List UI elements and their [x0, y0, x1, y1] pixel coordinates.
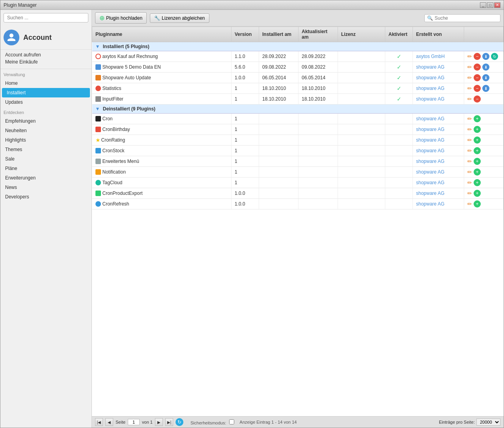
sidebar-item-erweiterungen[interactable]: Erweiterungen: [0, 173, 91, 183]
sidebar-item-developers[interactable]: Developers: [0, 192, 91, 202]
creator-link[interactable]: shopware AG: [416, 86, 444, 91]
last-page-button[interactable]: ▶|: [165, 418, 173, 426]
creator-link[interactable]: shopware AG: [416, 191, 444, 196]
page-input[interactable]: [128, 419, 140, 425]
sidebar-item-sale[interactable]: Sale: [0, 154, 91, 164]
creator-link[interactable]: shopware AG: [416, 75, 444, 80]
refresh-button[interactable]: ↻: [175, 418, 183, 426]
edit-button[interactable]: ✏: [467, 116, 472, 122]
remove-button[interactable]: −: [474, 85, 481, 92]
creator-link[interactable]: shopware AG: [416, 127, 444, 132]
edit-button[interactable]: ✏: [467, 158, 472, 164]
remove-button[interactable]: −: [474, 64, 481, 71]
remove-button[interactable]: −: [474, 95, 481, 103]
plugin-active-cell: [385, 114, 413, 124]
meine-einkaeufe-link[interactable]: Meine Einkäufe: [4, 58, 88, 65]
maximize-button[interactable]: □: [487, 2, 493, 8]
window-controls: _ □ ✕: [480, 2, 500, 8]
download-button[interactable]: ⬇: [482, 74, 489, 81]
creator-link[interactable]: axytos GmbH: [416, 54, 445, 59]
creator-link[interactable]: shopware AG: [416, 116, 444, 121]
creator-link[interactable]: shopware AG: [416, 64, 444, 70]
install-button[interactable]: +: [474, 126, 481, 133]
remove-button[interactable]: −: [474, 74, 481, 81]
account-aufrufen-link[interactable]: Account aufrufen: [4, 51, 88, 58]
edit-button[interactable]: ✏: [467, 96, 472, 102]
edit-button[interactable]: ✏: [467, 126, 472, 133]
sidebar-item-neuheiten[interactable]: Neuheiten: [0, 126, 91, 135]
remove-button[interactable]: −: [474, 53, 481, 60]
toggle-uninstalled[interactable]: ▼: [95, 106, 100, 112]
sidebar-item-updates[interactable]: Updates: [0, 97, 91, 107]
minimize-button[interactable]: _: [480, 2, 486, 8]
install-button[interactable]: +: [474, 147, 481, 154]
edit-button[interactable]: ✏: [467, 75, 472, 81]
sidebar-item-installiert[interactable]: Installiert: [2, 88, 90, 97]
search-input[interactable]: [4, 13, 88, 22]
edit-button[interactable]: ✏: [467, 201, 472, 207]
edit-button[interactable]: ✏: [467, 179, 472, 186]
creator-link[interactable]: shopware AG: [416, 137, 444, 143]
close-button[interactable]: ✕: [494, 2, 500, 8]
sidebar-item-plaene[interactable]: Pläne: [0, 164, 91, 173]
active-check: ✓: [397, 85, 401, 92]
prev-page-button[interactable]: ◀: [105, 418, 113, 426]
creator-link[interactable]: shopware AG: [416, 96, 444, 102]
install-button[interactable]: +: [474, 168, 481, 176]
creator-link[interactable]: shopware AG: [416, 159, 444, 164]
install-button[interactable]: +: [474, 158, 481, 165]
plugin-name-cell: Shopware 5 Demo Data EN: [92, 62, 231, 73]
active-check: ✓: [397, 75, 401, 81]
plugin-actions-cell: ✏−⬇: [464, 83, 504, 94]
plugin-installed-cell: [259, 124, 299, 135]
install-button[interactable]: +: [474, 179, 481, 186]
edit-button[interactable]: ✏: [467, 64, 472, 70]
sidebar-item-news[interactable]: News: [0, 183, 91, 192]
install-button[interactable]: +: [474, 136, 481, 144]
plugin-license-cell: [338, 156, 385, 167]
sidebar-item-themes[interactable]: Themes: [0, 145, 91, 154]
edit-button[interactable]: ✏: [467, 148, 472, 154]
creator-link[interactable]: shopware AG: [416, 169, 444, 175]
sidebar-item-home[interactable]: Home: [0, 78, 91, 88]
plugin-creator-cell: axytos GmbH: [413, 51, 464, 62]
plugin-name-text: CronRefresh: [103, 201, 129, 207]
sidebar-item-highlights[interactable]: Highlights: [0, 135, 91, 145]
upload-plugin-button[interactable]: ⊕ Plugin hochladen: [95, 12, 147, 24]
edit-button[interactable]: ✏: [467, 85, 472, 92]
menu-icon: [95, 159, 101, 164]
download-button[interactable]: ⬇: [482, 53, 489, 60]
install-button[interactable]: +: [474, 115, 481, 122]
creator-link[interactable]: shopware AG: [416, 148, 444, 153]
refresh-icon: [95, 201, 101, 207]
install-button[interactable]: +: [474, 190, 481, 197]
per-page-select[interactable]: 20000 100 200 500: [476, 419, 500, 426]
next-page-button[interactable]: ▶: [155, 418, 163, 426]
plugin-creator-cell: shopware AG: [413, 199, 464, 209]
sync-button[interactable]: ↻: [491, 53, 498, 60]
download-button[interactable]: ⬇: [482, 85, 489, 92]
download-button[interactable]: ⬇: [482, 64, 489, 71]
shopware-icon: [95, 64, 101, 70]
edit-button[interactable]: ✏: [467, 53, 472, 60]
security-mode-checkbox[interactable]: [229, 419, 234, 424]
plugin-license-cell: [338, 73, 385, 83]
plugin-creator-cell: shopware AG: [413, 146, 464, 156]
plugin-name-text: CronProductExport: [103, 191, 143, 196]
main-search-input[interactable]: [435, 15, 498, 21]
plugin-updated-cell: 18.10.2010: [299, 94, 338, 105]
plugin-table-container: Pluginname Version Installiert am Aktual…: [92, 26, 504, 416]
toggle-installed[interactable]: ▼: [95, 44, 100, 49]
plugin-updated-cell: [299, 135, 338, 146]
edit-button[interactable]: ✏: [467, 169, 472, 175]
creator-link[interactable]: shopware AG: [416, 180, 444, 185]
creator-link[interactable]: shopware AG: [416, 201, 444, 207]
plugin-actions-cell: ✏+: [464, 114, 504, 124]
edit-button[interactable]: ✏: [467, 190, 472, 196]
per-page-container: Einträge pro Seite: 20000 100 200 500: [439, 419, 500, 426]
first-page-button[interactable]: |◀: [95, 418, 103, 426]
edit-button[interactable]: ✏: [467, 137, 472, 143]
sidebar-item-empfehlungen[interactable]: Empfehlungen: [0, 116, 91, 126]
license-sync-button[interactable]: 🔧 Lizenzen abgleichen: [150, 13, 209, 23]
install-button[interactable]: +: [474, 200, 481, 207]
